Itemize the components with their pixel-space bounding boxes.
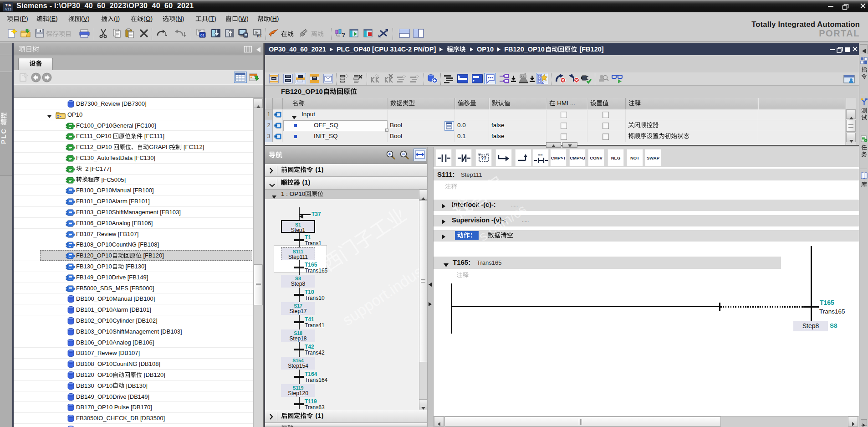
svg-text:RT: RT (257, 34, 262, 38)
svg-text:==: == (538, 153, 543, 157)
svg-text:?: ? (342, 31, 345, 38)
svg-text:01: 01 (200, 33, 204, 37)
svg-text:??: ?? (481, 156, 486, 161)
